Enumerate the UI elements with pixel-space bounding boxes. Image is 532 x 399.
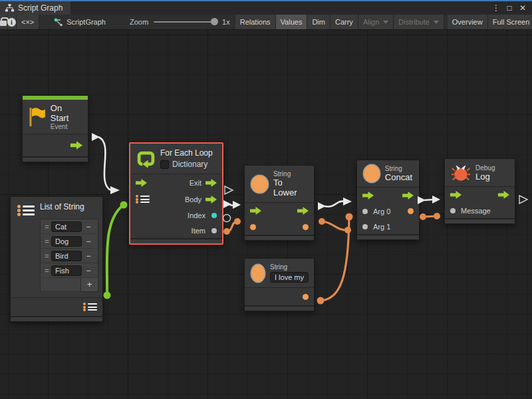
node-title: On Start — [51, 103, 82, 123]
fullscreen-button[interactable]: Full Screen — [488, 15, 532, 29]
string-type-icon — [251, 176, 268, 193]
node-for-each-loop[interactable]: For Each Loop Dictionary Exit — [129, 142, 223, 245]
dictionary-checkbox[interactable] — [160, 160, 169, 169]
exit-output-port[interactable] — [205, 179, 217, 187]
node-footer — [245, 235, 314, 240]
toolbar-toggles: Relations Values Dim Carry Align Distrib… — [235, 15, 532, 29]
graph-breadcrumb[interactable]: ScriptGraph — [47, 15, 112, 29]
node-footer — [130, 238, 222, 243]
zoom-slider-handle[interactable] — [211, 18, 218, 25]
lock-button[interactable] — [0, 15, 7, 29]
wire-concat-to-log[interactable] — [418, 196, 440, 204]
string-value-input[interactable] — [270, 272, 309, 283]
bug-icon — [452, 164, 470, 182]
enter-input-port[interactable] — [250, 207, 261, 215]
index-output-port[interactable] — [211, 213, 217, 218]
wire-body-to-tolower[interactable] — [223, 200, 241, 209]
graph-toolbar: i <×> ScriptGraph Zoom 1x Relations Valu… — [0, 15, 532, 30]
graph-name-label: ScriptGraph — [66, 18, 106, 26]
trigger-output-port[interactable] — [70, 141, 82, 150]
port-label-message: Message — [461, 207, 491, 215]
chevron-down-icon — [434, 21, 439, 24]
exit-output-port[interactable] — [498, 191, 509, 199]
remove-item-button[interactable]: − — [82, 237, 95, 246]
wire-string-to-arg0[interactable] — [317, 213, 353, 305]
window-maximize-icon[interactable]: □ — [504, 3, 515, 13]
arg1-input-port[interactable] — [362, 224, 368, 229]
value-output-port[interactable] — [303, 294, 309, 300]
drag-handle[interactable]: = — [43, 223, 51, 231]
remove-item-button[interactable]: − — [82, 266, 95, 275]
node-debug-log[interactable]: Debug Log Message — [444, 158, 515, 224]
wire-tolower-to-concat[interactable] — [318, 198, 352, 210]
relations-button[interactable]: Relations — [235, 15, 276, 29]
list-item-input[interactable] — [51, 265, 82, 276]
port-label-arg0: Arg 0 — [373, 207, 390, 215]
node-string-concat[interactable]: String Concat Arg 0 — [356, 160, 420, 240]
wire-tolower-to-arg1[interactable] — [319, 218, 351, 233]
node-string-literal[interactable]: String — [244, 258, 315, 311]
values-button[interactable]: Values — [276, 15, 308, 29]
list-output-port[interactable] — [83, 302, 97, 313]
zoom-slider[interactable] — [154, 21, 217, 23]
wire-concat-to-message[interactable] — [420, 213, 440, 220]
distribute-dropdown[interactable]: Distribute — [394, 15, 444, 29]
list-item-input[interactable] — [51, 251, 82, 261]
overview-button[interactable]: Overview — [448, 15, 488, 29]
arg0-input-port[interactable] — [362, 209, 368, 214]
item-output-port[interactable] — [211, 228, 217, 233]
dim-button[interactable]: Dim — [307, 15, 331, 29]
node-footer — [245, 305, 314, 311]
loop-icon — [137, 150, 155, 168]
tab-bar: Script Graph ⋮ □ ✕ — [0, 1, 532, 15]
info-button[interactable]: i — [7, 15, 17, 29]
wire-onstart-to-foreach[interactable] — [92, 133, 120, 194]
string-input-port[interactable] — [250, 224, 256, 230]
enter-input-port[interactable] — [136, 179, 147, 187]
carry-button[interactable]: Carry — [331, 15, 358, 29]
result-output-port[interactable] — [303, 224, 309, 230]
window-menu-icon[interactable]: ⋮ — [491, 3, 501, 13]
node-subtitle: Event — [51, 123, 82, 130]
code-preview-button[interactable]: <×> — [17, 15, 39, 29]
graph-tab-icon — [5, 4, 14, 12]
collection-input-port[interactable] — [136, 194, 150, 205]
port-label-arg1: Arg 1 — [373, 223, 390, 231]
node-title: To Lower — [273, 178, 307, 198]
list-item: = − — [41, 219, 98, 234]
unconnected-index-indicator[interactable] — [223, 215, 231, 222]
list-item-input[interactable] — [51, 221, 82, 232]
node-list-of-string[interactable]: List of String = − = − = − — [10, 196, 103, 322]
node-on-start[interactable]: On Start Event — [22, 95, 88, 162]
scriptgraph-icon — [54, 18, 63, 27]
body-output-port[interactable] — [205, 196, 217, 203]
list-item-input[interactable] — [51, 236, 82, 247]
drag-handle[interactable]: = — [43, 252, 51, 260]
exit-output-port[interactable] — [297, 207, 309, 215]
tab-script-graph[interactable]: Script Graph — [0, 1, 70, 15]
drag-handle[interactable]: = — [43, 237, 51, 245]
remove-item-button[interactable]: − — [82, 251, 95, 261]
unconnected-log-exit-indicator[interactable] — [519, 196, 527, 203]
align-dropdown[interactable]: Align — [358, 15, 394, 29]
window-close-icon[interactable]: ✕ — [517, 3, 528, 13]
wire-item-to-tolower[interactable] — [223, 218, 241, 235]
drag-handle[interactable]: = — [43, 267, 51, 275]
code-icon: <×> — [21, 18, 34, 26]
result-output-port[interactable] — [408, 208, 414, 214]
enter-input-port[interactable] — [450, 191, 462, 199]
unconnected-exit-indicator[interactable] — [225, 186, 233, 194]
exit-output-port[interactable] — [402, 192, 414, 200]
node-category: String — [270, 263, 309, 271]
enter-input-port[interactable] — [362, 192, 374, 200]
wire-list-to-foreach[interactable] — [104, 201, 128, 299]
node-title: List of String — [40, 202, 84, 211]
remove-item-button[interactable]: − — [82, 222, 95, 231]
script-graph-window: Script Graph ⋮ □ ✕ i <×> ScriptGraph Zoo — [0, 0, 532, 399]
message-input-port[interactable] — [450, 208, 456, 213]
node-category: String — [273, 170, 307, 178]
add-item-button[interactable]: + — [80, 278, 98, 291]
list-item: = − — [41, 263, 98, 278]
node-string-to-lower[interactable]: String To Lower — [244, 165, 315, 241]
graph-canvas[interactable]: On Start Event List of String — [0, 30, 532, 399]
